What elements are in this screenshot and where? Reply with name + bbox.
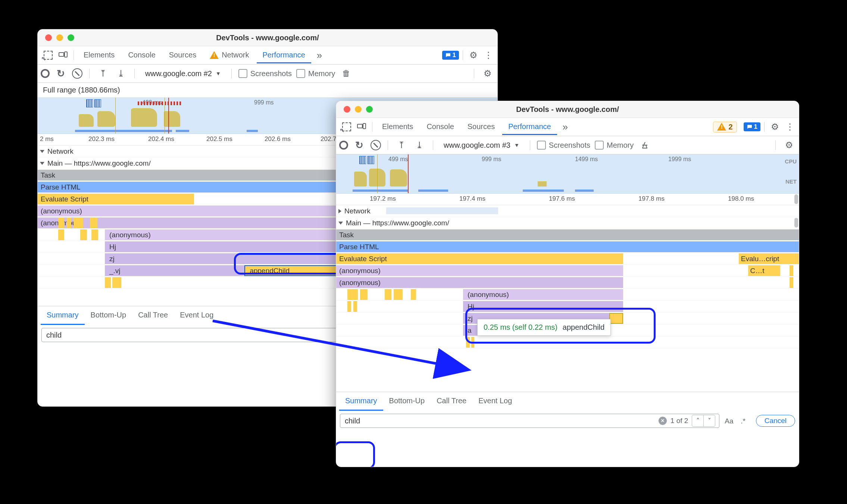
main-group[interactable]: Main — https://www.google.com/: [346, 219, 449, 227]
device-toolbar-icon[interactable]: [56, 48, 70, 62]
svg-rect-1: [65, 52, 67, 57]
settings-icon[interactable]: [467, 48, 480, 62]
tab-summary[interactable]: Summary: [41, 306, 85, 325]
capture-settings-icon[interactable]: [481, 67, 494, 80]
clear-search-icon[interactable]: ×: [659, 417, 667, 425]
record-button[interactable]: [41, 69, 50, 78]
record-button[interactable]: [339, 141, 348, 150]
next-result-icon[interactable]: ˅: [703, 415, 715, 426]
panel-tabs: ↖ Elements Console Sources Performance 2…: [336, 118, 799, 136]
bar-ct-tail[interactable]: C…t: [748, 265, 781, 276]
minimize-icon[interactable]: [355, 106, 362, 113]
net-label: NET: [785, 178, 797, 185]
svg-rect-0: [59, 53, 64, 56]
save-profile-icon[interactable]: [96, 67, 110, 80]
tab-console[interactable]: Console: [122, 47, 161, 63]
tab-network[interactable]: Network: [204, 47, 255, 63]
bar-anon2[interactable]: (anonymous): [336, 277, 623, 288]
bar-eval-tail[interactable]: Evalu…cript: [739, 253, 799, 264]
bar-hj[interactable]: Hj: [463, 301, 623, 312]
bar-anon1[interactable]: (anonymous): [336, 265, 623, 276]
capture-settings-icon[interactable]: [782, 138, 796, 152]
close-icon[interactable]: [344, 106, 350, 113]
profile-select[interactable]: www.google.com #3 ▼: [440, 140, 523, 151]
tab-sources[interactable]: Sources: [163, 47, 202, 63]
window-titlebar: DevTools - www.google.com/: [38, 29, 497, 46]
search-options: Aa .*: [725, 417, 751, 425]
bar-eval[interactable]: Evaluate Script: [336, 253, 623, 264]
tab-bottom-up[interactable]: Bottom-Up: [383, 392, 431, 411]
bar-zj[interactable]: zj: [105, 253, 337, 264]
gc-icon[interactable]: [638, 138, 651, 152]
memory-checkbox[interactable]: Memory: [595, 141, 634, 150]
range-label: Full range (1880.66ms): [38, 83, 497, 98]
tab-console[interactable]: Console: [421, 119, 460, 135]
close-icon[interactable]: [45, 34, 52, 41]
menu-icon[interactable]: [783, 120, 797, 134]
trash-icon[interactable]: [340, 67, 353, 80]
tab-performance[interactable]: Performance: [502, 119, 557, 135]
bar-eval[interactable]: Evaluate Script: [38, 194, 194, 204]
prev-result-icon[interactable]: ˄: [692, 415, 703, 426]
tab-event-log[interactable]: Event Log: [174, 306, 219, 325]
tooltip-name: appendChild: [563, 323, 604, 331]
maximize-icon[interactable]: [68, 34, 74, 41]
window-titlebar: DevTools - www.google.com/: [336, 101, 799, 118]
network-group[interactable]: Network: [344, 207, 371, 215]
load-profile-icon[interactable]: [413, 138, 426, 152]
tab-elements[interactable]: Elements: [78, 47, 121, 63]
bar-task[interactable]: Task: [336, 229, 799, 240]
search-input[interactable]: [344, 416, 655, 426]
performance-toolbar: www.google.com #3 ▼ Screenshots Memory: [336, 136, 799, 154]
memory-checkbox[interactable]: Memory: [296, 69, 335, 78]
bar-appendchild[interactable]: appendChild: [244, 265, 336, 276]
overview-timeline[interactable]: 499 ms 999 ms 1499 ms 1999 ms CPU NET: [336, 154, 799, 194]
reload-button[interactable]: [353, 138, 366, 152]
search-input-wrapper[interactable]: × 1 of 2 ˄ ˅: [340, 414, 719, 428]
warning-icon: [717, 123, 726, 131]
tab-event-log[interactable]: Event Log: [472, 392, 518, 411]
flame-chart[interactable]: Network Main — https://www.google.com/ T…: [336, 205, 799, 392]
device-toolbar-icon[interactable]: [355, 120, 368, 134]
screenshots-checkbox[interactable]: Screenshots: [537, 141, 590, 150]
tab-bottom-up[interactable]: Bottom-Up: [85, 306, 132, 325]
clear-button[interactable]: [371, 140, 381, 150]
bar-parse[interactable]: Parse HTML: [336, 241, 799, 252]
regex-toggle[interactable]: .*: [741, 417, 746, 425]
settings-icon[interactable]: [768, 120, 782, 134]
bar-selected[interactable]: [609, 313, 623, 324]
search-nav[interactable]: ˄ ˅: [692, 415, 715, 427]
maximize-icon[interactable]: [366, 106, 373, 113]
performance-toolbar: www.google.com #2 ▼ Screenshots Memory: [38, 65, 497, 83]
more-tabs-icon[interactable]: [313, 48, 326, 62]
messages-badge[interactable]: 1: [744, 122, 760, 131]
menu-icon[interactable]: [482, 48, 495, 62]
more-tabs-icon[interactable]: [559, 120, 572, 134]
window-title: DevTools - www.google.com/: [336, 105, 799, 114]
clear-button[interactable]: [72, 68, 82, 79]
tab-summary[interactable]: Summary: [339, 392, 383, 411]
time-ruler[interactable]: 197.2 ms 197.4 ms 197.6 ms 197.8 ms 198.…: [336, 194, 799, 205]
cancel-button[interactable]: Cancel: [756, 415, 795, 427]
load-profile-icon[interactable]: [114, 67, 128, 80]
warnings-badge[interactable]: 2: [713, 122, 737, 132]
annotation-highlight-search: [336, 441, 375, 467]
main-group[interactable]: Main — https://www.google.com/: [47, 159, 151, 168]
reload-button[interactable]: [54, 67, 68, 80]
tab-performance[interactable]: Performance: [257, 47, 312, 63]
tab-elements[interactable]: Elements: [376, 119, 419, 135]
profile-select[interactable]: www.google.com #2 ▼: [141, 68, 225, 79]
bar-vj[interactable]: _.vj: [105, 265, 244, 276]
match-case-toggle[interactable]: Aa: [725, 417, 733, 425]
cpu-label: CPU: [785, 158, 797, 165]
minimize-icon[interactable]: [56, 34, 63, 41]
tab-call-tree[interactable]: Call Tree: [431, 392, 472, 411]
bar-anon3[interactable]: (anonymous): [463, 289, 623, 300]
tab-sources[interactable]: Sources: [462, 119, 501, 135]
save-profile-icon[interactable]: [395, 138, 408, 152]
tooltip-time: 0.25 ms (self 0.22 ms): [484, 323, 557, 331]
messages-badge[interactable]: 1: [442, 51, 459, 60]
screenshots-checkbox[interactable]: Screenshots: [238, 69, 292, 78]
network-group[interactable]: Network: [47, 147, 74, 156]
tab-call-tree[interactable]: Call Tree: [132, 306, 174, 325]
